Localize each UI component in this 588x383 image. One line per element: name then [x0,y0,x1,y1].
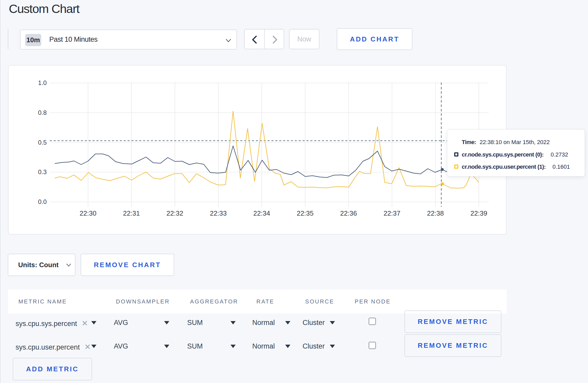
svg-text:22:37: 22:37 [383,209,400,217]
svg-text:22:33: 22:33 [210,209,227,217]
svg-text:22:31: 22:31 [123,209,140,217]
svg-text:22:39: 22:39 [470,209,487,217]
svg-text:1.0: 1.0 [38,79,47,86]
svg-text:22:32: 22:32 [166,209,183,217]
svg-text:22:35: 22:35 [297,209,313,217]
svg-text:22:30: 22:30 [80,209,96,217]
svg-text:0.0: 0.0 [38,198,47,205]
svg-text:0.3: 0.3 [38,168,47,175]
svg-text:0.8: 0.8 [38,109,47,116]
svg-text:22:38: 22:38 [427,209,444,217]
svg-text:22:36: 22:36 [340,209,357,217]
svg-text:0.5: 0.5 [38,139,47,146]
svg-text:22:34: 22:34 [253,209,270,217]
